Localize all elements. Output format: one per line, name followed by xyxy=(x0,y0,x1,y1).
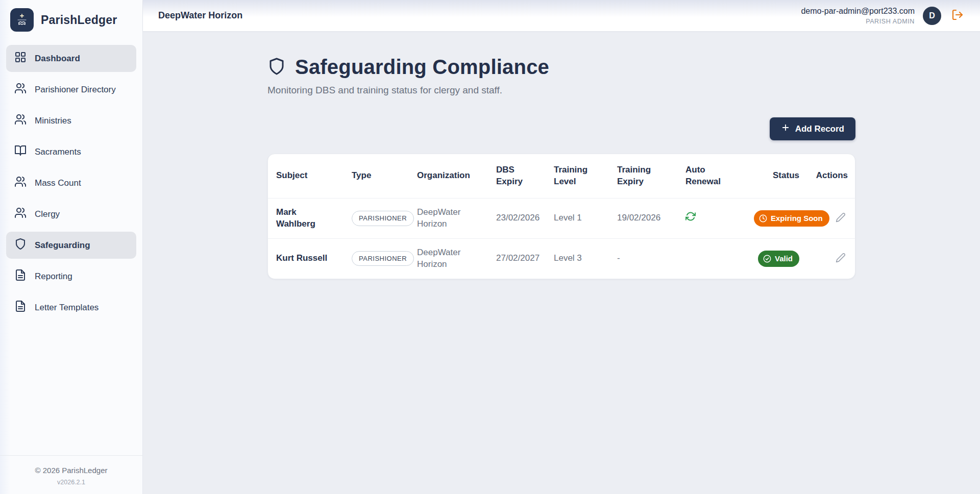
parishledger-logo-icon xyxy=(10,8,34,32)
logout-icon xyxy=(951,9,964,22)
cell-subject: Mark Wahlberg xyxy=(268,198,344,238)
page-title: Safeguarding Compliance xyxy=(295,56,549,79)
users-icon xyxy=(14,207,27,221)
table-row: Mark Wahlberg PARISHIONER DeepWater Hori… xyxy=(268,198,855,238)
cell-auto-renewal xyxy=(677,198,746,238)
cell-auto-renewal xyxy=(677,238,746,278)
pencil-icon xyxy=(836,216,846,224)
sidebar: ParishLedger Dashboard Parishioner Direc… xyxy=(0,0,143,494)
col-header-organization: Organization xyxy=(409,154,488,198)
shield-icon xyxy=(14,238,27,253)
cell-type: PARISHIONER xyxy=(344,198,409,238)
cell-training-expiry: 19/02/2026 xyxy=(609,198,677,238)
cell-dbs-expiry: 27/02/2027 xyxy=(488,238,546,278)
grid-icon xyxy=(14,51,27,66)
sidebar-item-safeguarding[interactable]: Safeguarding xyxy=(6,232,136,259)
file-text-icon xyxy=(14,300,27,315)
sidebar-item-label: Dashboard xyxy=(35,54,80,64)
add-record-label: Add Record xyxy=(795,124,844,134)
cell-training-level: Level 3 xyxy=(546,238,609,278)
toolbar: Add Record xyxy=(267,117,855,140)
check-circle-icon xyxy=(763,255,771,263)
col-header-training-expiry: Training Expiry xyxy=(609,154,677,198)
safeguarding-table: Subject Type Organization DBS Expiry Tra… xyxy=(268,154,855,279)
safeguarding-table-card: Subject Type Organization DBS Expiry Tra… xyxy=(267,154,855,279)
sidebar-nav: Dashboard Parishioner Directory Ministri… xyxy=(0,45,142,321)
sidebar-item-mass-count[interactable]: Mass Count xyxy=(6,169,136,196)
sidebar-item-label: Ministries xyxy=(35,116,71,126)
add-record-button[interactable]: Add Record xyxy=(770,117,855,140)
edit-record-button[interactable] xyxy=(834,210,848,226)
main-area: DeepWater Horizon demo-par-admin@port233… xyxy=(143,0,980,494)
cell-training-expiry: - xyxy=(609,238,677,278)
sidebar-footer: © 2026 ParishLedger v2026.2.1 xyxy=(0,455,142,494)
sidebar-item-label: Clergy xyxy=(35,209,60,219)
cell-organization: DeepWater Horizon xyxy=(409,198,488,238)
sidebar-item-label: Parishioner Directory xyxy=(35,85,116,95)
col-header-actions: Actions xyxy=(807,154,855,198)
content-scroll[interactable]: Safeguarding Compliance Monitoring DBS a… xyxy=(143,31,980,494)
table-row: Kurt Russell PARISHIONER DeepWater Horiz… xyxy=(268,238,855,278)
status-badge: Valid xyxy=(758,251,799,267)
status-badge: Expiring Soon xyxy=(754,210,829,227)
cell-status: Expiring Soon xyxy=(746,198,807,238)
cell-subject: Kurt Russell xyxy=(268,238,344,278)
file-text-icon xyxy=(14,269,27,284)
copyright-text: © 2026 ParishLedger xyxy=(5,466,137,475)
sidebar-item-reporting[interactable]: Reporting xyxy=(6,263,136,290)
sidebar-item-parishioner-directory[interactable]: Parishioner Directory xyxy=(6,76,136,103)
brand[interactable]: ParishLedger xyxy=(0,0,142,45)
sidebar-item-label: Sacraments xyxy=(35,147,81,157)
auto-renewal-refresh-icon xyxy=(685,214,696,224)
plus-icon xyxy=(781,123,790,135)
edit-record-button[interactable] xyxy=(834,251,848,266)
shield-icon xyxy=(267,57,286,78)
sidebar-item-letter-templates[interactable]: Letter Templates xyxy=(6,294,136,321)
sidebar-item-sacraments[interactable]: Sacraments xyxy=(6,138,136,165)
table-header-row: Subject Type Organization DBS Expiry Tra… xyxy=(268,154,855,198)
logout-button[interactable] xyxy=(949,7,966,24)
status-label: Expiring Soon xyxy=(771,213,823,224)
pencil-icon xyxy=(836,257,846,264)
users-icon xyxy=(14,82,27,97)
page-subtitle: Monitoring DBS and training status for c… xyxy=(267,85,855,96)
cell-actions xyxy=(807,238,855,278)
status-label: Valid xyxy=(775,254,793,264)
sidebar-item-label: Mass Count xyxy=(35,178,81,188)
topbar: DeepWater Horizon demo-par-admin@port233… xyxy=(143,0,980,31)
cell-dbs-expiry: 23/02/2026 xyxy=(488,198,546,238)
type-badge: PARISHIONER xyxy=(352,251,414,266)
users-icon xyxy=(14,176,27,190)
cell-status: Valid xyxy=(746,238,807,278)
col-header-dbs-expiry: DBS Expiry xyxy=(488,154,546,198)
col-header-auto-renewal: Auto Renewal xyxy=(677,154,746,198)
app-root: ParishLedger Dashboard Parishioner Direc… xyxy=(0,0,980,494)
book-open-icon xyxy=(14,144,27,159)
type-badge: PARISHIONER xyxy=(352,211,414,226)
user-info: demo-par-admin@port233.com PARISH ADMIN xyxy=(801,7,915,25)
cell-organization: DeepWater Horizon xyxy=(409,238,488,278)
col-header-training-level: Training Level xyxy=(546,154,609,198)
col-header-subject: Subject xyxy=(268,154,344,198)
user-email: demo-par-admin@port233.com xyxy=(801,7,915,16)
parish-name: DeepWater Horizon xyxy=(158,10,242,21)
sidebar-item-clergy[interactable]: Clergy xyxy=(6,201,136,228)
brand-name: ParishLedger xyxy=(41,13,117,27)
sidebar-item-label: Letter Templates xyxy=(35,303,99,313)
col-header-status: Status xyxy=(746,154,807,198)
cell-type: PARISHIONER xyxy=(344,238,409,278)
sidebar-item-dashboard[interactable]: Dashboard xyxy=(6,45,136,72)
avatar[interactable]: D xyxy=(923,7,941,25)
sidebar-item-label: Reporting xyxy=(35,271,72,282)
col-header-type: Type xyxy=(344,154,409,198)
users-icon xyxy=(14,113,27,128)
page-header: Safeguarding Compliance xyxy=(267,56,855,79)
sidebar-item-ministries[interactable]: Ministries xyxy=(6,107,136,134)
clock-icon xyxy=(759,214,767,223)
sidebar-item-label: Safeguarding xyxy=(35,240,90,251)
user-role: PARISH ADMIN xyxy=(801,18,915,25)
cell-training-level: Level 1 xyxy=(546,198,609,238)
version-text: v2026.2.1 xyxy=(5,479,137,486)
